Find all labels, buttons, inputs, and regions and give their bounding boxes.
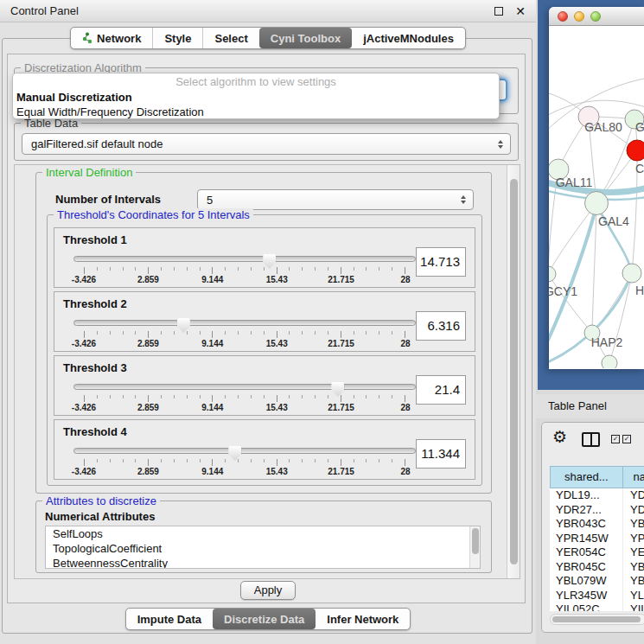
num-intervals-combobox[interactable]: 5	[197, 189, 474, 210]
tab-style[interactable]: Style	[152, 28, 202, 48]
cell-name[interactable]: YER0	[623, 545, 644, 560]
scrollbar-thumb[interactable]	[552, 616, 641, 622]
tick-label: 2.859	[137, 403, 159, 412]
cell-name[interactable]: YBL0	[623, 574, 644, 589]
cell-shared-name[interactable]: YBL079W	[550, 574, 623, 589]
tick-label: 2.859	[137, 275, 159, 284]
checkbox-icon[interactable]: ✓	[611, 435, 620, 443]
node-table[interactable]: shared... na YDL19... YDL1 YDR27... YDR2…	[550, 466, 644, 611]
cell-shared-name[interactable]: YDR27...	[550, 503, 623, 518]
cell-shared-name[interactable]: YER054C	[550, 545, 623, 560]
slider-tick-labels: -3.426 2.859 9.144 15.43 21.715 28	[84, 403, 405, 413]
scrollbar-thumb[interactable]	[510, 179, 518, 564]
threshold-slider[interactable]: -3.426 2.859 9.144 15.43 21.715 28	[73, 315, 416, 351]
network-window-titlebar[interactable]	[549, 7, 644, 26]
cell-name[interactable]: YLR3	[623, 589, 644, 603]
bottom-tab-bar: Impute Data Discretize Data Infer Networ…	[0, 608, 536, 630]
cell-shared-name[interactable]: YBR045C	[550, 560, 623, 575]
cell-shared-name[interactable]: YDL19...	[550, 488, 623, 503]
scrollbar-thumb[interactable]	[472, 528, 479, 554]
combo-arrows-icon	[461, 195, 466, 204]
network-nodes[interactable]	[549, 106, 644, 368]
threshold-value-field[interactable]: 6.316	[416, 311, 466, 341]
tab-impute-data[interactable]: Impute Data	[126, 609, 213, 629]
network-node[interactable]	[602, 355, 617, 368]
table-row[interactable]: YPR145W YPR1	[550, 532, 644, 546]
cell-name[interactable]: YIL0	[623, 603, 644, 611]
table-row[interactable]: YDL19... YDL1	[550, 488, 644, 503]
dropdown-option[interactable]: Equal Width/Frequency Discretization	[13, 105, 499, 119]
network-node[interactable]	[622, 264, 641, 283]
threshold-label: Threshold 1	[63, 233, 127, 246]
cell-shared-name[interactable]: YPR145W	[550, 532, 623, 546]
apply-button[interactable]: Apply	[240, 581, 296, 600]
tab-cyni-toolbox[interactable]: Cyni Toolbox	[259, 28, 352, 48]
tab-discretize-data[interactable]: Discretize Data	[213, 609, 316, 629]
cell-name[interactable]: YBR0	[623, 560, 644, 575]
gear-icon[interactable]: ⚙	[552, 428, 567, 445]
threshold-value-field[interactable]: 21.4	[416, 375, 466, 405]
table-horizontal-scrollbar[interactable]	[550, 614, 644, 625]
network-node[interactable]	[585, 192, 609, 215]
threshold-slider[interactable]: -3.426 2.859 9.144 15.43 21.715 28	[73, 379, 416, 415]
attribute-list-item[interactable]: SelfLoops	[46, 526, 480, 541]
column-header-shared-name[interactable]: shared...	[550, 466, 623, 488]
table-row[interactable]: YER054C YER0	[550, 545, 644, 560]
slider-track[interactable]	[73, 256, 416, 262]
close-icon[interactable]: ✕	[515, 7, 526, 16]
network-window[interactable]: GAL80 GA C GAL11 GAL4 GCY1 H HAP2	[549, 7, 644, 369]
checkbox-icon[interactable]: ✓	[622, 435, 631, 443]
attributes-list-scrollbar[interactable]	[469, 526, 480, 568]
node-label: GAL4	[598, 214, 629, 228]
table-row[interactable]: YBR045C YBR0	[550, 560, 644, 575]
tick-label: -3.426	[72, 275, 96, 284]
threshold-label: Threshold 3	[63, 361, 127, 374]
minimize-traffic-light-icon[interactable]	[574, 11, 584, 22]
tick-label: 9.144	[201, 403, 223, 412]
settings-scrollbar[interactable]	[507, 165, 520, 578]
float-window-icon[interactable]	[494, 7, 503, 16]
threshold-value-field[interactable]: 11.344	[416, 439, 466, 469]
tick-label: 2.859	[137, 339, 159, 348]
tick-label: 21.715	[328, 403, 354, 412]
cell-name[interactable]: YDR2	[623, 503, 644, 518]
cell-name[interactable]: YBR0	[623, 517, 644, 532]
table-row[interactable]: YBR043C YBR0	[550, 517, 644, 532]
attributes-list[interactable]: SelfLoops TopologicalCoefficient Between…	[45, 526, 481, 569]
threshold-slider[interactable]: -3.426 2.859 9.144 15.43 21.715 28	[73, 251, 416, 287]
tab-infer-network[interactable]: Infer Network	[316, 609, 410, 629]
top-tab-bar: Network Style Select Cyni Toolbox jActiv…	[0, 27, 536, 49]
network-node[interactable]	[549, 266, 556, 282]
zoom-traffic-light-icon[interactable]	[590, 11, 601, 22]
table-row[interactable]: YDR27... YDR2	[550, 503, 644, 518]
dropdown-option[interactable]: Manual Discretization	[13, 90, 499, 105]
node-label: C	[635, 162, 644, 175]
table-row[interactable]: YIL052C YIL0	[550, 603, 644, 611]
select-columns-icons[interactable]: ✓ ✓	[611, 435, 631, 443]
cell-shared-name[interactable]: YLR345W	[550, 589, 623, 603]
cell-name[interactable]: YDL1	[623, 488, 644, 503]
columns-icon[interactable]	[582, 432, 600, 447]
slider-track[interactable]	[73, 448, 416, 454]
slider-track[interactable]	[73, 384, 416, 390]
network-node-selected[interactable]	[627, 140, 644, 161]
network-graph[interactable]: GAL80 GA C GAL11 GAL4 GCY1 H HAP2	[549, 26, 644, 368]
cell-shared-name[interactable]: YIL052C	[550, 603, 623, 611]
attribute-list-item[interactable]: TopologicalCoefficient	[46, 541, 480, 556]
threshold-value-field[interactable]: 14.713	[416, 247, 466, 277]
cell-shared-name[interactable]: YBR043C	[550, 517, 623, 532]
tick-label: 9.144	[201, 467, 223, 476]
slider-track[interactable]	[73, 320, 416, 326]
table-row[interactable]: YLR345W YLR3	[550, 589, 644, 603]
table-row[interactable]: YBL079W YBL0	[550, 574, 644, 589]
tab-jactivemnodules[interactable]: jActiveMNodules	[352, 28, 465, 48]
tab-network[interactable]: Network	[71, 28, 152, 48]
column-header-name[interactable]: na	[623, 466, 644, 488]
close-traffic-light-icon[interactable]	[558, 11, 568, 22]
threshold-slider[interactable]: -3.426 2.859 9.144 15.43 21.715 28	[73, 443, 416, 479]
network-canvas[interactable]: GAL80 GA C GAL11 GAL4 GCY1 H HAP2	[549, 26, 644, 368]
attribute-list-item[interactable]: BetweennessCentrality	[46, 556, 480, 569]
tab-select[interactable]: Select	[202, 28, 258, 48]
cell-name[interactable]: YPR1	[623, 532, 644, 546]
table-data-combobox[interactable]: galFiltered.sif default node	[22, 133, 511, 155]
